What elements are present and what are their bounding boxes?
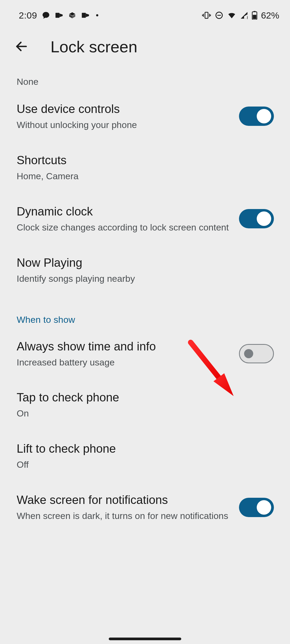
wake-for-notif-toggle[interactable] xyxy=(239,498,274,517)
svg-rect-5 xyxy=(82,13,86,18)
item-subtitle: When screen is dark, it turns on for new… xyxy=(17,510,231,522)
battery-percent: 62% xyxy=(261,10,279,21)
item-device-controls[interactable]: Use device controls Without unlocking yo… xyxy=(0,91,290,142)
dnd-icon xyxy=(215,11,223,20)
item-subtitle: Without unlocking your phone xyxy=(17,119,231,131)
chat-bubble-icon xyxy=(42,11,50,19)
nav-handle[interactable] xyxy=(109,638,181,640)
box-icon xyxy=(68,11,76,19)
item-title: Use device controls xyxy=(17,101,231,116)
item-subtitle: Identify songs playing nearby xyxy=(17,273,274,285)
section-header-when-to-show: When to show xyxy=(0,296,290,328)
previous-item-subtitle: None xyxy=(0,71,290,91)
item-title: Now Playing xyxy=(17,255,274,270)
item-tap-to-check[interactable]: Tap to check phone On xyxy=(0,379,290,430)
svg-rect-7 xyxy=(205,12,208,19)
svg-rect-18 xyxy=(253,11,255,12)
item-shortcuts[interactable]: Shortcuts Home, Camera xyxy=(0,142,290,193)
svg-rect-0 xyxy=(56,13,60,18)
item-now-playing[interactable]: Now Playing Identify songs playing nearb… xyxy=(0,244,290,296)
item-subtitle: Clock size changes according to lock scr… xyxy=(17,221,231,234)
status-time: 2:09 xyxy=(19,10,37,21)
status-bar: 2:09 ! 62% xyxy=(0,0,290,27)
page-title: Lock screen xyxy=(50,38,137,56)
vibrate-icon xyxy=(202,11,211,20)
item-title: Lift to check phone xyxy=(17,441,274,456)
item-lift-to-check[interactable]: Lift to check phone Off xyxy=(0,430,290,482)
dot-icon xyxy=(96,14,98,16)
svg-rect-19 xyxy=(253,15,256,19)
item-subtitle: Increased battery usage xyxy=(17,356,231,369)
wifi-icon xyxy=(227,11,236,20)
outlook-icon-2 xyxy=(81,11,90,20)
status-bar-left: 2:09 xyxy=(19,10,98,21)
item-title: Tap to check phone xyxy=(17,390,274,405)
arrow-back-icon xyxy=(15,39,28,54)
device-controls-toggle[interactable] xyxy=(239,107,274,126)
item-title: Always show time and info xyxy=(17,339,231,354)
item-title: Dynamic clock xyxy=(17,204,231,219)
app-bar: Lock screen xyxy=(0,27,290,71)
item-always-show[interactable]: Always show time and info Increased batt… xyxy=(0,328,290,379)
settings-list: None Use device controls Without unlocki… xyxy=(0,71,290,533)
outlook-icon xyxy=(55,11,63,20)
signal-icon: ! xyxy=(240,11,248,19)
battery-icon xyxy=(252,11,257,20)
item-subtitle: Home, Camera xyxy=(17,170,274,182)
status-bar-right: ! 62% xyxy=(202,10,279,21)
item-dynamic-clock[interactable]: Dynamic clock Clock size changes accordi… xyxy=(0,193,290,244)
item-title: Wake screen for notifications xyxy=(17,492,231,507)
item-subtitle: On xyxy=(17,407,274,420)
svg-text:!: ! xyxy=(247,16,248,19)
always-show-toggle[interactable] xyxy=(239,344,274,363)
dynamic-clock-toggle[interactable] xyxy=(239,209,274,228)
svg-marker-1 xyxy=(60,13,63,17)
svg-marker-6 xyxy=(86,13,89,17)
item-title: Shortcuts xyxy=(17,153,274,167)
back-button[interactable] xyxy=(13,39,30,55)
item-subtitle: Off xyxy=(17,459,274,471)
item-wake-for-notifications[interactable]: Wake screen for notifications When scree… xyxy=(0,482,290,533)
